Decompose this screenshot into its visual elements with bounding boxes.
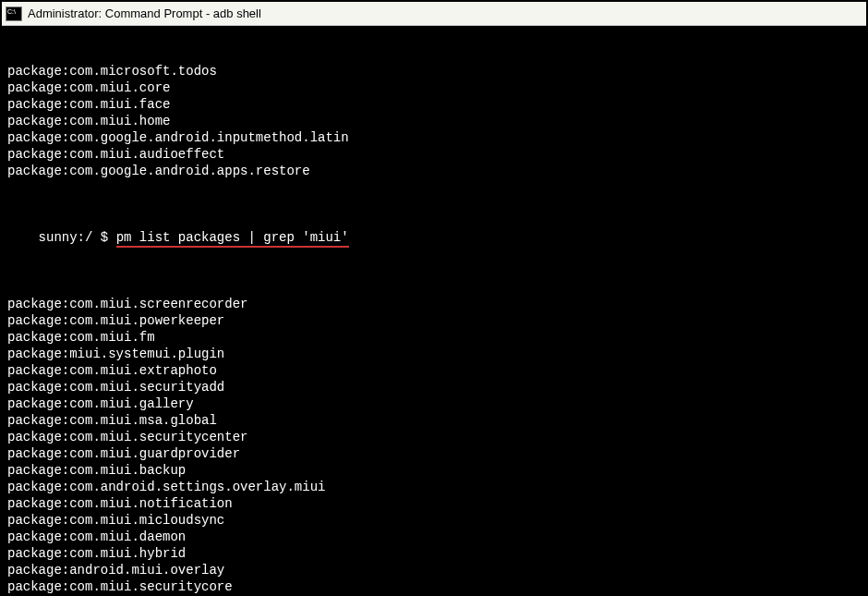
terminal-line: package:android.miui.overlay [7, 562, 861, 578]
shell-prompt-prefix: sunny:/ $ [39, 230, 116, 245]
terminal-line: package:com.miui.securitycenter [7, 429, 861, 445]
terminal-line: package:com.miui.extraphoto [7, 362, 861, 379]
terminal-output[interactable]: package:com.microsoft.todospackage:com.m… [2, 26, 866, 594]
highlight-underline [116, 246, 349, 248]
terminal-line: package:com.miui.securitycore [7, 578, 861, 594]
window-title: Administrator: Command Prompt - adb shel… [28, 6, 261, 20]
terminal-line: package:com.miui.gallery [7, 395, 861, 412]
terminal-line: package:com.miui.guardprovider [7, 445, 861, 462]
terminal-line: package:com.google.android.apps.restore [7, 163, 861, 179]
terminal-line: package:com.miui.notification [7, 495, 861, 512]
terminal-line: package:com.miui.audioeffect [7, 146, 861, 163]
shell-command: pm list packages | grep 'miui' [116, 230, 349, 245]
terminal-line: package:com.miui.daemon [7, 529, 861, 545]
shell-command-wrapper: pm list packages | grep 'miui' [116, 229, 349, 246]
terminal-line: package:com.miui.face [7, 96, 861, 113]
cmd-icon [6, 6, 22, 21]
window-title-bar[interactable]: Administrator: Command Prompt - adb shel… [2, 2, 866, 26]
terminal-line: package:com.miui.core [7, 79, 861, 96]
terminal-line: package:com.google.android.inputmethod.l… [7, 129, 861, 146]
terminal-line: package:com.miui.securityadd [7, 379, 861, 395]
terminal-line: package:com.miui.hybrid [7, 545, 861, 562]
terminal-line: package:com.miui.micloudsync [7, 512, 861, 529]
terminal-line: package:com.microsoft.todos [7, 63, 861, 79]
terminal-line: package:com.miui.home [7, 113, 861, 129]
terminal-line: package:miui.systemui.plugin [7, 346, 861, 362]
terminal-line: package:com.miui.backup [7, 462, 861, 479]
terminal-line: package:com.android.settings.overlay.miu… [7, 479, 861, 495]
terminal-line: package:com.miui.msa.global [7, 412, 861, 429]
terminal-line: package:com.miui.fm [7, 329, 861, 346]
terminal-line: package:com.miui.powerkeeper [7, 312, 861, 329]
terminal-line: package:com.miui.screenrecorder [7, 296, 861, 312]
